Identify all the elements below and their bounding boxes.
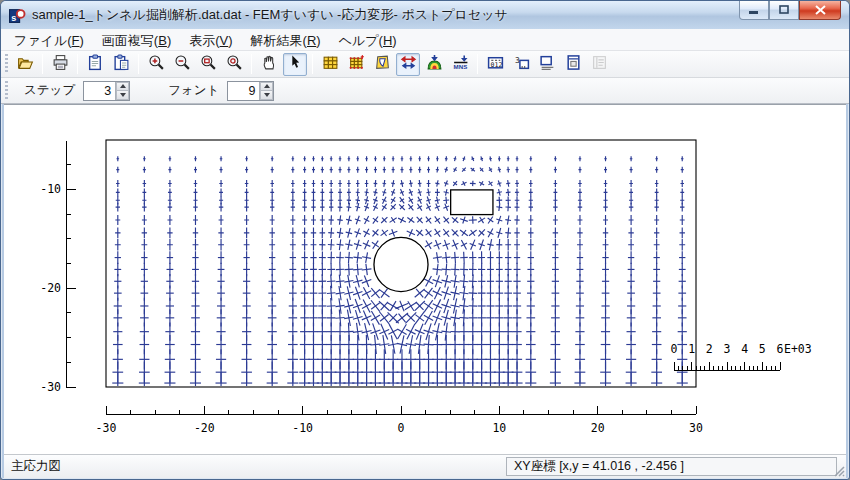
resize-grip[interactable] bbox=[832, 464, 846, 478]
copy-screen-button[interactable] bbox=[83, 53, 107, 76]
section-force-button[interactable]: MNS bbox=[448, 53, 472, 76]
toolbar-separator bbox=[138, 54, 139, 74]
svg-text:-30: -30 bbox=[96, 421, 117, 435]
node-numbers-button[interactable]: 012 bbox=[483, 53, 507, 76]
svg-text:1: 1 bbox=[688, 342, 695, 356]
step-down-button[interactable] bbox=[116, 90, 129, 100]
xy-coordinate-text: XY座標 [x,y = 41.016 , -2.456 ] bbox=[514, 458, 684, 475]
legend-display-button[interactable] bbox=[561, 53, 585, 76]
app-icon: s bbox=[9, 7, 26, 24]
element-numbers-button[interactable]: 3 bbox=[509, 53, 533, 76]
svg-text:2: 2 bbox=[706, 342, 713, 356]
open-button[interactable] bbox=[13, 53, 37, 76]
deformed-shape-icon bbox=[374, 54, 391, 74]
plot-canvas[interactable]: -10-20-30-30-20-1001020300123456E+03 bbox=[4, 105, 848, 455]
svg-text:-20: -20 bbox=[194, 421, 215, 435]
svg-text:3: 3 bbox=[724, 342, 731, 356]
up-arrow-icon bbox=[264, 84, 270, 88]
svg-text:10: 10 bbox=[492, 421, 506, 435]
scale-exponent-label: E+03 bbox=[784, 342, 812, 356]
font-up-button[interactable] bbox=[260, 82, 273, 91]
title-bar[interactable]: s sample-1_トンネル掘削解析.dat.dat - FEMすいすい -応… bbox=[1, 1, 849, 29]
mesh-button[interactable] bbox=[318, 53, 342, 76]
contour-icon bbox=[426, 54, 443, 74]
step-label: ステップ bbox=[24, 82, 75, 99]
print-button[interactable] bbox=[48, 53, 72, 76]
deformed-shape-button[interactable] bbox=[370, 53, 394, 76]
select-button[interactable] bbox=[283, 53, 307, 76]
clipboard-copy-icon bbox=[87, 54, 104, 74]
svg-text:MNS: MNS bbox=[453, 63, 467, 70]
menu-item-help[interactable]: ヘルプ(H) bbox=[330, 29, 406, 50]
zoom-in-button[interactable] bbox=[144, 53, 168, 76]
toolbar-separator bbox=[77, 54, 78, 74]
font-down-button[interactable] bbox=[260, 90, 273, 100]
mns-icon: MNS bbox=[452, 54, 469, 74]
toolbar-separator bbox=[312, 54, 313, 74]
up-arrow-icon bbox=[120, 84, 126, 88]
menu-item-screen-copy[interactable]: 画面複写(B) bbox=[93, 29, 180, 50]
font-size-value: 9 bbox=[228, 82, 259, 100]
svg-text:30: 30 bbox=[689, 421, 703, 435]
title-display-button[interactable] bbox=[535, 53, 559, 76]
principal-stress-icon bbox=[400, 54, 417, 74]
svg-text:6: 6 bbox=[777, 342, 784, 356]
mesh-nodes-button[interactable] bbox=[344, 53, 368, 76]
zoom-window-icon bbox=[200, 54, 217, 74]
printer-icon bbox=[52, 54, 69, 74]
toolbar-separator bbox=[251, 54, 252, 74]
svg-text:5: 5 bbox=[759, 342, 766, 356]
down-arrow-icon bbox=[264, 93, 270, 97]
svg-text:4: 4 bbox=[741, 342, 748, 356]
step-spinbox[interactable]: 3 bbox=[83, 81, 130, 101]
toolbar-separator bbox=[477, 54, 478, 74]
toolbar-grip-2[interactable] bbox=[4, 81, 9, 101]
minimize-button[interactable] bbox=[739, 1, 769, 20]
element-numbers-icon: 3 bbox=[513, 54, 530, 74]
font-spinbox[interactable]: 9 bbox=[227, 81, 274, 101]
contour-button[interactable] bbox=[422, 53, 446, 76]
menu-item-file[interactable]: ファイル(F) bbox=[5, 29, 93, 50]
svg-text:-20: -20 bbox=[40, 281, 61, 295]
zoom-window-button[interactable] bbox=[196, 53, 220, 76]
result-list-icon bbox=[591, 54, 608, 74]
principal-stress-button[interactable] bbox=[396, 53, 420, 76]
svg-text:0: 0 bbox=[671, 342, 678, 356]
zoom-out-icon bbox=[174, 54, 191, 74]
status-bar: 主応力図 XY座標 [x,y = 41.016 , -2.456 ] bbox=[4, 454, 846, 478]
toolbar-step-font: ステップ 3 フォント 9 bbox=[1, 78, 849, 104]
maximize-button[interactable] bbox=[769, 1, 799, 20]
window-title: sample-1_トンネル掘削解析.dat.dat - FEMすいすい -応力変… bbox=[32, 6, 508, 24]
toolbar-grip[interactable] bbox=[4, 54, 9, 74]
mesh-grid-icon bbox=[322, 54, 339, 74]
pan-hand-icon bbox=[261, 54, 278, 74]
svg-text:20: 20 bbox=[591, 421, 605, 435]
zoom-fit-icon bbox=[226, 54, 243, 74]
svg-text:0: 0 bbox=[398, 421, 405, 435]
svg-text:-30: -30 bbox=[40, 380, 61, 394]
window-controls bbox=[739, 1, 841, 20]
paste-board-button[interactable] bbox=[109, 53, 133, 76]
toolbar-main: MNS0123 bbox=[1, 51, 849, 78]
menu-item-view[interactable]: 表示(V) bbox=[180, 29, 241, 50]
svg-text:-10: -10 bbox=[40, 182, 61, 196]
close-icon bbox=[815, 5, 826, 15]
open-folder-icon bbox=[17, 54, 34, 74]
step-value: 3 bbox=[84, 82, 115, 100]
font-label: フォント bbox=[168, 82, 219, 99]
minimize-icon bbox=[749, 6, 759, 15]
toolbar-separator bbox=[42, 54, 43, 74]
result-list-button bbox=[587, 53, 611, 76]
zoom-in-icon bbox=[148, 54, 165, 74]
menu-bar: ファイル(F)画面複写(B)表示(V)解析結果(R)ヘルプ(H) bbox=[1, 29, 849, 51]
app-window: s sample-1_トンネル掘削解析.dat.dat - FEMすいすい -応… bbox=[0, 0, 850, 480]
zoom-fit-button[interactable] bbox=[222, 53, 246, 76]
title-display-icon bbox=[539, 54, 556, 74]
pan-button[interactable] bbox=[257, 53, 281, 76]
zoom-out-button[interactable] bbox=[170, 53, 194, 76]
mesh-nodes-icon bbox=[348, 54, 365, 74]
menu-item-analysis-results[interactable]: 解析結果(R) bbox=[242, 29, 330, 50]
step-up-button[interactable] bbox=[116, 82, 129, 91]
close-button[interactable] bbox=[799, 1, 841, 20]
svg-text:s: s bbox=[11, 12, 16, 22]
